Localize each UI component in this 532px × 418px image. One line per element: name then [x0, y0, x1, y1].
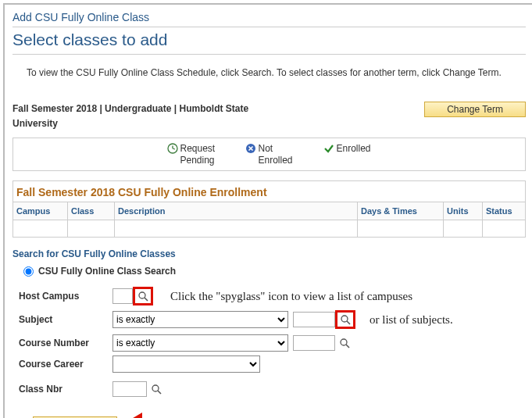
course-number-operator-select[interactable]: is exactly [112, 334, 288, 352]
check-icon [323, 143, 334, 156]
course-career-select[interactable] [112, 355, 260, 373]
legend-label: Not Enrolled [258, 143, 300, 166]
enrollment-title: Fall Semester 2018 CSU Fully Online Enro… [12, 180, 526, 202]
row-host-campus: Host Campus [12, 287, 153, 305]
label-course-career: Course Career [12, 359, 112, 370]
search-button-row: Search [12, 411, 526, 418]
svg-line-13 [158, 391, 161, 394]
col-class: Class [68, 202, 115, 220]
page-subtitle: Select classes to add [12, 30, 526, 52]
change-term-button[interactable]: Change Term [424, 102, 526, 117]
search-heading: Search for CSU Fully Online Classes [12, 248, 526, 259]
legend-not-enrolled: Not Enrolled [245, 143, 300, 166]
row-subject: Subject is exactly [12, 310, 355, 329]
legend-enrolled: Enrolled [323, 143, 370, 166]
svg-line-7 [145, 298, 148, 301]
col-units: Units [444, 202, 483, 220]
col-days-times: Days & Times [358, 202, 444, 220]
svg-marker-14 [125, 413, 169, 418]
spyglass-icon[interactable] [136, 289, 150, 303]
label-host-campus: Host Campus [12, 291, 112, 302]
radio-label: CSU Fully Online Class Search [38, 266, 176, 277]
page-title: Add CSU Fully Online Class [12, 11, 526, 25]
row-class-nbr: Class Nbr [12, 380, 526, 398]
class-nbr-input[interactable] [112, 381, 147, 397]
search-type-radio-row: CSU Fully Online Class Search [23, 266, 526, 277]
intro-text: To view the CSU Fully Online Class Sched… [12, 58, 526, 88]
legend-request-pending: Request Pending [167, 143, 222, 166]
label-subject: Subject [12, 314, 112, 325]
app-frame: Add CSU Fully Online Class Select classe… [3, 3, 532, 418]
col-description: Description [115, 202, 358, 220]
x-circle-icon [245, 143, 256, 156]
highlight-box [133, 287, 153, 305]
host-campus-input[interactable] [112, 288, 133, 304]
divider [12, 54, 526, 55]
svg-point-6 [139, 292, 145, 298]
col-campus: Campus [13, 202, 68, 220]
row-course-career: Course Career [12, 355, 526, 373]
highlight-box [335, 310, 355, 329]
label-class-nbr: Class Nbr [12, 384, 112, 395]
label-course-number: Course Number [12, 338, 112, 348]
subject-operator-select[interactable]: is exactly [112, 311, 288, 328]
svg-point-12 [152, 385, 159, 391]
annotation-line2: or list of subjects. [370, 313, 453, 327]
svg-line-9 [347, 321, 350, 324]
svg-line-11 [346, 345, 349, 348]
enrollment-table: Campus Class Description Days & Times Un… [12, 202, 526, 238]
col-status: Status [483, 202, 526, 220]
row-course-number: Course Number is exactly [12, 334, 526, 352]
legend-label: Request Pending [180, 143, 222, 166]
spyglass-icon[interactable] [149, 382, 163, 396]
arrow-left-icon [125, 411, 170, 418]
legend-box: Request Pending Not Enrolled Enrolled [12, 138, 526, 171]
annotation-line1: Click the "spyglass" icon to view a list… [170, 290, 412, 303]
spyglass-icon[interactable] [337, 336, 352, 350]
svg-point-10 [341, 339, 347, 345]
radio-csu-online-search[interactable] [23, 266, 34, 277]
term-info: Fall Semester 2018 | Undergraduate | Hum… [12, 102, 294, 131]
subject-input[interactable] [293, 312, 335, 327]
legend-label: Enrolled [336, 143, 370, 154]
spyglass-icon[interactable] [338, 313, 352, 327]
divider [12, 27, 526, 27]
term-row: Fall Semester 2018 | Undergraduate | Hum… [12, 102, 526, 131]
course-number-input[interactable] [293, 335, 335, 351]
table-row [13, 220, 526, 238]
clock-icon [167, 143, 178, 156]
svg-point-8 [341, 316, 348, 322]
svg-line-2 [173, 148, 175, 149]
